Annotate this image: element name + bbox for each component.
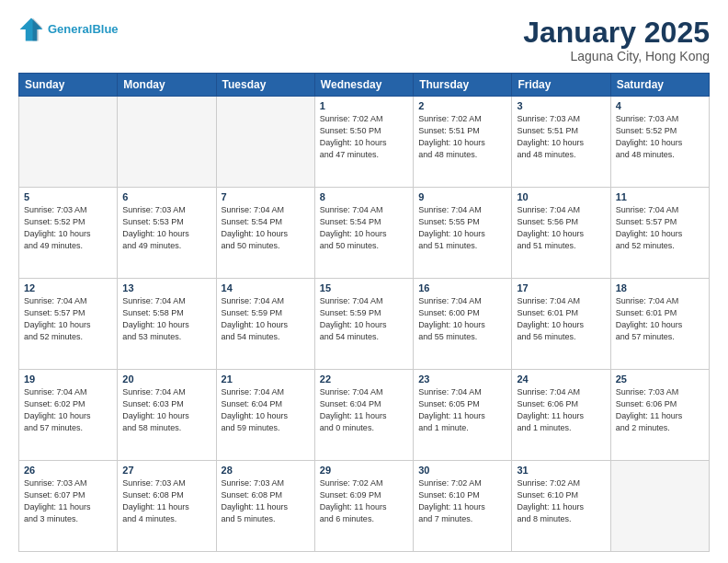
- calendar-cell: 4Sunrise: 7:03 AM Sunset: 5:52 PM Daylig…: [610, 97, 709, 188]
- day-info: Sunrise: 7:03 AM Sunset: 6:06 PM Dayligh…: [616, 386, 704, 434]
- day-number: 11: [616, 191, 704, 202]
- calendar-title: January 2025: [523, 17, 710, 49]
- day-info: Sunrise: 7:02 AM Sunset: 6:09 PM Dayligh…: [320, 477, 408, 525]
- calendar-subtitle: Laguna City, Hong Kong: [523, 49, 710, 63]
- day-info: Sunrise: 7:03 AM Sunset: 6:07 PM Dayligh…: [24, 477, 112, 525]
- calendar-cell: 5Sunrise: 7:03 AM Sunset: 5:52 PM Daylig…: [19, 188, 118, 279]
- day-info: Sunrise: 7:02 AM Sunset: 5:51 PM Dayligh…: [418, 113, 506, 161]
- day-number: 5: [24, 191, 112, 202]
- day-number: 31: [517, 465, 605, 476]
- day-info: Sunrise: 7:04 AM Sunset: 6:00 PM Dayligh…: [418, 295, 506, 343]
- title-block: January 2025 Laguna City, Hong Kong: [523, 17, 710, 63]
- calendar-cell: 15Sunrise: 7:04 AM Sunset: 5:59 PM Dayli…: [314, 279, 413, 370]
- weekday-header-saturday: Saturday: [610, 74, 709, 97]
- calendar-cell: 29Sunrise: 7:02 AM Sunset: 6:09 PM Dayli…: [314, 461, 413, 552]
- day-info: Sunrise: 7:04 AM Sunset: 5:57 PM Dayligh…: [24, 295, 112, 343]
- calendar-cell: 18Sunrise: 7:04 AM Sunset: 6:01 PM Dayli…: [610, 279, 709, 370]
- day-number: 16: [418, 282, 506, 293]
- calendar-cell: 1Sunrise: 7:02 AM Sunset: 5:50 PM Daylig…: [314, 97, 413, 188]
- day-info: Sunrise: 7:04 AM Sunset: 6:03 PM Dayligh…: [122, 386, 210, 434]
- calendar-cell: 10Sunrise: 7:04 AM Sunset: 5:56 PM Dayli…: [512, 188, 610, 279]
- week-row-3: 12Sunrise: 7:04 AM Sunset: 5:57 PM Dayli…: [19, 279, 710, 370]
- day-info: Sunrise: 7:02 AM Sunset: 6:10 PM Dayligh…: [517, 477, 605, 525]
- page: GeneralBlue January 2025 Laguna City, Ho…: [0, 0, 728, 563]
- logo: GeneralBlue: [18, 17, 119, 42]
- calendar-cell: 6Sunrise: 7:03 AM Sunset: 5:53 PM Daylig…: [118, 188, 216, 279]
- day-info: Sunrise: 7:03 AM Sunset: 5:53 PM Dayligh…: [122, 204, 210, 252]
- calendar-cell: 25Sunrise: 7:03 AM Sunset: 6:06 PM Dayli…: [610, 370, 709, 461]
- calendar-cell: 21Sunrise: 7:04 AM Sunset: 6:04 PM Dayli…: [216, 370, 314, 461]
- calendar-cell: [610, 461, 709, 552]
- day-number: 24: [517, 373, 605, 385]
- day-number: 1: [320, 100, 408, 111]
- day-info: Sunrise: 7:04 AM Sunset: 6:01 PM Dayligh…: [517, 295, 605, 343]
- day-number: 20: [122, 373, 210, 385]
- calendar-cell: 17Sunrise: 7:04 AM Sunset: 6:01 PM Dayli…: [512, 279, 610, 370]
- day-number: 19: [24, 373, 112, 385]
- day-number: 3: [517, 100, 605, 111]
- calendar-cell: [216, 97, 314, 188]
- week-row-1: 1Sunrise: 7:02 AM Sunset: 5:50 PM Daylig…: [19, 97, 710, 188]
- day-number: 10: [517, 191, 605, 202]
- calendar-cell: 11Sunrise: 7:04 AM Sunset: 5:57 PM Dayli…: [610, 188, 709, 279]
- day-info: Sunrise: 7:03 AM Sunset: 5:52 PM Dayligh…: [616, 113, 704, 161]
- calendar-cell: 23Sunrise: 7:04 AM Sunset: 6:05 PM Dayli…: [414, 370, 512, 461]
- logo-text: GeneralBlue: [48, 22, 119, 37]
- calendar-cell: 27Sunrise: 7:03 AM Sunset: 6:08 PM Dayli…: [118, 461, 216, 552]
- calendar-cell: [118, 97, 216, 188]
- calendar-cell: 22Sunrise: 7:04 AM Sunset: 6:04 PM Dayli…: [314, 370, 413, 461]
- day-info: Sunrise: 7:04 AM Sunset: 6:04 PM Dayligh…: [222, 386, 310, 434]
- weekday-header-sunday: Sunday: [19, 74, 118, 97]
- day-number: 8: [320, 191, 408, 202]
- day-info: Sunrise: 7:04 AM Sunset: 5:57 PM Dayligh…: [616, 204, 704, 252]
- day-number: 9: [418, 191, 506, 202]
- day-info: Sunrise: 7:04 AM Sunset: 5:59 PM Dayligh…: [320, 295, 408, 343]
- day-info: Sunrise: 7:04 AM Sunset: 5:59 PM Dayligh…: [222, 295, 310, 343]
- calendar-cell: 16Sunrise: 7:04 AM Sunset: 6:00 PM Dayli…: [414, 279, 512, 370]
- week-row-5: 26Sunrise: 7:03 AM Sunset: 6:07 PM Dayli…: [19, 461, 710, 552]
- header: GeneralBlue January 2025 Laguna City, Ho…: [18, 17, 710, 63]
- weekday-header-monday: Monday: [118, 74, 216, 97]
- day-number: 7: [222, 191, 310, 202]
- day-number: 21: [222, 373, 310, 385]
- day-number: 14: [222, 282, 310, 293]
- day-info: Sunrise: 7:03 AM Sunset: 6:08 PM Dayligh…: [222, 477, 310, 525]
- calendar-cell: 28Sunrise: 7:03 AM Sunset: 6:08 PM Dayli…: [216, 461, 314, 552]
- day-info: Sunrise: 7:02 AM Sunset: 5:50 PM Dayligh…: [320, 113, 408, 161]
- calendar-cell: 24Sunrise: 7:04 AM Sunset: 6:06 PM Dayli…: [512, 370, 610, 461]
- svg-marker-0: [20, 18, 43, 41]
- weekday-header-row: SundayMondayTuesdayWednesdayThursdayFrid…: [19, 74, 710, 97]
- day-info: Sunrise: 7:03 AM Sunset: 6:08 PM Dayligh…: [122, 477, 210, 525]
- logo-icon: [18, 17, 44, 42]
- day-info: Sunrise: 7:03 AM Sunset: 5:52 PM Dayligh…: [24, 204, 112, 252]
- day-info: Sunrise: 7:04 AM Sunset: 5:56 PM Dayligh…: [517, 204, 605, 252]
- calendar-cell: 2Sunrise: 7:02 AM Sunset: 5:51 PM Daylig…: [414, 97, 512, 188]
- calendar-cell: 9Sunrise: 7:04 AM Sunset: 5:55 PM Daylig…: [414, 188, 512, 279]
- week-row-2: 5Sunrise: 7:03 AM Sunset: 5:52 PM Daylig…: [19, 188, 710, 279]
- day-number: 22: [320, 373, 408, 385]
- calendar-cell: 13Sunrise: 7:04 AM Sunset: 5:58 PM Dayli…: [118, 279, 216, 370]
- day-number: 28: [222, 465, 310, 476]
- weekday-header-thursday: Thursday: [414, 74, 512, 97]
- weekday-header-wednesday: Wednesday: [314, 74, 413, 97]
- day-info: Sunrise: 7:04 AM Sunset: 5:55 PM Dayligh…: [418, 204, 506, 252]
- calendar-cell: [19, 97, 118, 188]
- day-number: 29: [320, 465, 408, 476]
- calendar-cell: 31Sunrise: 7:02 AM Sunset: 6:10 PM Dayli…: [512, 461, 610, 552]
- calendar-cell: 7Sunrise: 7:04 AM Sunset: 5:54 PM Daylig…: [216, 188, 314, 279]
- calendar-cell: 8Sunrise: 7:04 AM Sunset: 5:54 PM Daylig…: [314, 188, 413, 279]
- day-number: 6: [122, 191, 210, 202]
- day-info: Sunrise: 7:04 AM Sunset: 6:01 PM Dayligh…: [616, 295, 704, 343]
- day-info: Sunrise: 7:03 AM Sunset: 5:51 PM Dayligh…: [517, 113, 605, 161]
- calendar-cell: 26Sunrise: 7:03 AM Sunset: 6:07 PM Dayli…: [19, 461, 118, 552]
- calendar-cell: 20Sunrise: 7:04 AM Sunset: 6:03 PM Dayli…: [118, 370, 216, 461]
- day-info: Sunrise: 7:04 AM Sunset: 6:06 PM Dayligh…: [517, 386, 605, 434]
- day-number: 13: [122, 282, 210, 293]
- day-info: Sunrise: 7:04 AM Sunset: 6:05 PM Dayligh…: [418, 386, 506, 434]
- logo-line2: Blue: [92, 22, 118, 36]
- day-number: 23: [418, 373, 506, 385]
- weekday-header-friday: Friday: [512, 74, 610, 97]
- calendar-cell: 14Sunrise: 7:04 AM Sunset: 5:59 PM Dayli…: [216, 279, 314, 370]
- day-number: 17: [517, 282, 605, 293]
- day-number: 12: [24, 282, 112, 293]
